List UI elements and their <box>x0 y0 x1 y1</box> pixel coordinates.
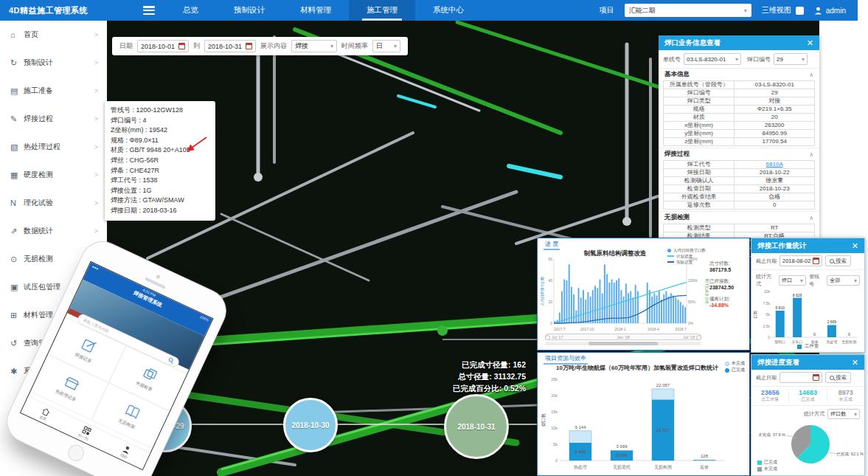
panel-title: 焊口业务信息查看 <box>664 38 721 48</box>
stat-value: 238742.50 <box>709 285 748 290</box>
scrollbar-thumb[interactable] <box>588 342 657 345</box>
section-basic-info[interactable]: 基本信息∧ <box>659 68 819 80</box>
filter-bar: 日期 2018-10-01 到 2018-10-31 展示内容 焊接▾ 时间频率… <box>112 37 408 55</box>
deadline-input[interactable]: 2018-08-02 <box>780 255 822 266</box>
search-button[interactable]: 搜索 <box>825 372 851 383</box>
legend-square-icon <box>757 461 762 465</box>
selector-row: 单线号 03-LS-8320-01▾ 焊口编号 29▾ <box>659 50 819 68</box>
stat-label: 未完成 <box>827 396 864 403</box>
overlay-stat-line: 总寸径量: 31132.75 <box>404 370 526 382</box>
date-to-input[interactable]: 2018-10-31 <box>204 40 256 52</box>
line-no-select[interactable]: 03-LS-8320-01▾ <box>684 53 741 65</box>
slider-handle-right[interactable] <box>696 335 701 340</box>
sidebar-item[interactable]: ↻ 预制设计 > <box>0 49 107 77</box>
tab-project-resource[interactable]: 项目资源与效率 <box>544 354 588 365</box>
close-icon[interactable]: ✕ <box>852 241 858 251</box>
view3d-toggle[interactable]: 三维视图 <box>762 5 804 15</box>
info-value: Φ219.1×6.35 <box>735 106 815 114</box>
search-button[interactable]: 搜索 <box>825 255 851 266</box>
info-key: 焊接日期 <box>664 169 735 177</box>
info-key: 焊口类型 <box>664 97 735 106</box>
slider-handle-left[interactable] <box>545 335 550 340</box>
sidebar-item[interactable]: ⌂ 首页 > <box>0 21 107 49</box>
sidebar-item-label: 焊接过程 <box>24 114 53 124</box>
info-value[interactable]: 2018-10-23 <box>735 185 815 193</box>
stat-label: 已完成 <box>789 396 826 403</box>
user-menu[interactable]: admin <box>814 7 846 15</box>
timeline-date-node[interactable]: 2018-10-30 <box>283 398 338 452</box>
deadline-label: 截止日期 <box>756 258 777 265</box>
section-ndt[interactable]: 无损检测∧ <box>659 211 819 224</box>
chevron-down-icon: ▾ <box>394 43 397 49</box>
section-weld-process[interactable]: 焊接过程∧ <box>659 148 819 160</box>
stacked-bar-chart: 05k10k15k20k25k9 1445 456热处理3 0993 049无损… <box>539 372 729 472</box>
svg-text:无损委托: 无损委托 <box>613 464 631 470</box>
top-menu-item[interactable]: 系统中心 <box>415 0 482 21</box>
to-label: 到 <box>193 41 200 51</box>
freq-select[interactable]: 日▾ <box>372 40 400 52</box>
calendar-icon <box>813 258 819 264</box>
sidebar-item-icon: ⇗ <box>10 227 24 236</box>
joint-no-select[interactable]: 29▾ <box>774 53 808 65</box>
info-key: y坐标(mm) <box>664 130 735 138</box>
close-icon[interactable]: ✕ <box>852 358 858 368</box>
pencil-square-icon <box>79 336 99 356</box>
timeline-date-node[interactable]: 2018-10-31 <box>444 394 509 459</box>
svg-text:128: 128 <box>701 454 709 458</box>
chevron-right-icon: > <box>94 171 98 179</box>
sidebar-item-label: 预制设计 <box>24 58 53 68</box>
svg-text:2017-10: 2017-10 <box>580 327 594 331</box>
top-menu-item[interactable]: 预制设计 <box>216 0 282 21</box>
panel-title: 焊接进度查看 <box>757 358 799 368</box>
sidebar-item[interactable]: ✎ 焊接过程 > <box>0 105 107 133</box>
calendar-icon <box>813 374 819 381</box>
project-select[interactable]: 汇能二期▾ <box>625 4 751 17</box>
chevron-down-icon: ▾ <box>854 277 857 284</box>
date-from-input[interactable]: 2018-10-01 <box>137 40 189 52</box>
stat-value: -34.88% <box>709 303 748 308</box>
scrollbar[interactable] <box>545 342 701 345</box>
weld-joint-tooltip: 管线号 : 1200-12GW128焊口编号 : 4Z坐标(mm) : 1954… <box>105 101 215 221</box>
svg-text:口数: 口数 <box>753 310 758 319</box>
tab-progress[interactable]: 进 度 <box>544 240 560 250</box>
close-icon[interactable]: ✕ <box>807 38 813 48</box>
sidebar-item-icon: ⊞ <box>10 311 24 320</box>
sidebar-item-label: 数据统计 <box>24 226 53 236</box>
info-value[interactable]: 徐京童 <box>735 177 815 185</box>
info-value: 263200 <box>735 122 815 130</box>
top-menu-item[interactable]: 材料管理 <box>282 0 349 21</box>
svg-text:10k: 10k <box>551 426 558 430</box>
info-value[interactable]: 合格 <box>735 193 815 201</box>
collapse-icon: ∧ <box>809 151 813 158</box>
top-menu-item[interactable]: 施工管理 <box>349 0 415 21</box>
info-value[interactable]: 2018-10-22 <box>735 169 815 177</box>
panel-header: 焊接进度查看 ✕ <box>751 355 864 370</box>
stat-mode-select[interactable]: 焊口数▾ <box>827 409 860 419</box>
collapse-icon: ∧ <box>809 215 813 221</box>
content-select[interactable]: 焊接▾ <box>291 40 337 52</box>
sidebar-item-label: 材料管理 <box>24 310 53 320</box>
tooltip-line: 焊丝 : CHG-56R <box>111 156 209 166</box>
svg-text:10k: 10k <box>764 289 771 294</box>
hamburger-menu-icon[interactable] <box>143 6 155 15</box>
weld-progress-panel: 焊接进度查看 ✕ 截止日期 搜索 23656 总工作量 14683 已完成 89… <box>751 354 865 476</box>
chart-legend: 工作量 <box>751 343 864 350</box>
svg-text:20k: 20k <box>551 393 558 398</box>
info-row: 所属单线号（管段号） 03-LS-8320-01 <box>664 81 815 89</box>
info-value[interactable]: 0 <box>735 201 815 210</box>
sidebar-item[interactable]: ▦ 硬度检测 > <box>0 161 107 189</box>
info-value[interactable]: 6810A <box>735 161 815 169</box>
svg-text:25k: 25k <box>551 377 558 382</box>
top-menu-item[interactable]: 总览 <box>165 0 216 21</box>
stat-value: 14683 <box>789 389 826 396</box>
range-slider[interactable]: Jul '17 Jan '18 Jul '18 <box>545 334 701 345</box>
chevron-down-icon: ▾ <box>802 56 805 63</box>
sidebar-item[interactable]: N 理化试验 > <box>0 189 107 217</box>
info-key: z坐标(mm) <box>664 138 735 146</box>
deadline-input[interactable] <box>780 372 822 383</box>
sidebar-item[interactable]: ▤ 施工准备 > <box>0 77 107 105</box>
info-value: 20 <box>735 114 815 122</box>
sidebar-item[interactable]: ▧ 热处理过程 > <box>0 133 107 161</box>
svg-text:返修: 返修 <box>700 465 709 469</box>
completion-stats-overlay: 已完成寸径量: 162总寸径量: 31132.75已完成百分比: 0.52% <box>404 359 526 394</box>
